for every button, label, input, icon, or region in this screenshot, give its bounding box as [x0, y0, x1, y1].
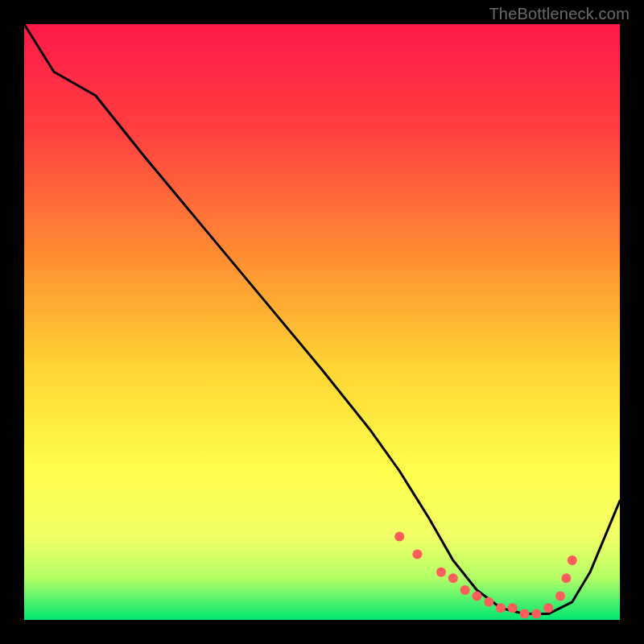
highlight-dot [555, 591, 565, 601]
highlight-dot [531, 609, 541, 619]
highlight-dot [412, 550, 422, 559]
chart-svg [24, 24, 620, 620]
watermark-label: TheBottleneck.com [489, 5, 630, 23]
highlight-dot [508, 603, 518, 613]
highlight-dot [496, 603, 506, 613]
highlight-dot [561, 573, 571, 583]
gradient-background [24, 24, 620, 620]
highlight-dot [448, 573, 458, 583]
plot-area [24, 24, 620, 620]
highlight-dot [520, 609, 530, 619]
highlight-dot [436, 568, 446, 577]
chart-frame: TheBottleneck.com [0, 0, 644, 644]
highlight-dot [394, 531, 404, 541]
highlight-dot [543, 603, 553, 613]
highlight-dot [460, 585, 470, 595]
highlight-dot [472, 591, 481, 601]
highlight-dot [484, 597, 493, 607]
highlight-dot [568, 555, 577, 565]
